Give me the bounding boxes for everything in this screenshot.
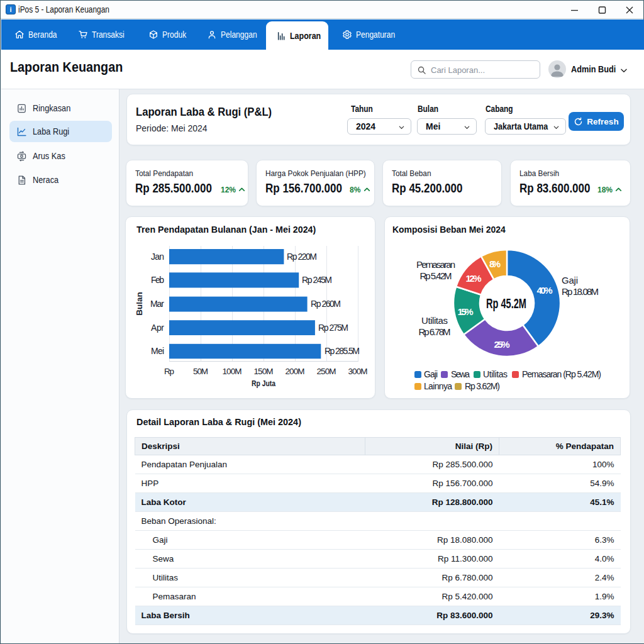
svg-text:Utilitas: Utilitas: [421, 315, 448, 326]
svg-text:8%: 8%: [489, 258, 501, 269]
svg-text:Pemasaran (Rp 5.42M): Pemasaran (Rp 5.42M): [522, 369, 601, 379]
svg-text:100M: 100M: [223, 367, 242, 376]
svg-text:25%: 25%: [494, 339, 510, 350]
svg-text:Bulan: Bulan: [135, 292, 144, 316]
svg-text:40%: 40%: [537, 285, 553, 296]
svg-text:Apr: Apr: [151, 323, 164, 333]
svg-text:Rp 260M: Rp 260M: [311, 299, 341, 309]
svg-text:Rp 6.78M: Rp 6.78M: [419, 326, 451, 337]
svg-text:150M: 150M: [254, 367, 274, 376]
svg-text:250M: 250M: [317, 367, 336, 376]
svg-text:Rp 245M: Rp 245M: [302, 275, 332, 285]
svg-text:Rp Juta: Rp Juta: [252, 379, 275, 388]
svg-text:Rp 275M: Rp 275M: [318, 323, 348, 333]
svg-text:Gaji: Gaji: [424, 369, 438, 379]
svg-text:Rp 45.2M: Rp 45.2M: [486, 296, 526, 311]
svg-text:12%: 12%: [466, 273, 482, 284]
svg-text:Gaji: Gaji: [562, 275, 578, 286]
svg-text:Lainnya: Lainnya: [424, 381, 452, 391]
svg-text:15%: 15%: [458, 306, 474, 317]
svg-text:Rp 18.08M: Rp 18.08M: [562, 286, 599, 297]
svg-text:50M: 50M: [193, 367, 208, 376]
svg-text:Rp 3.62M): Rp 3.62M): [465, 381, 500, 391]
svg-text:Utilitas: Utilitas: [483, 369, 508, 379]
svg-text:200M: 200M: [286, 367, 305, 376]
svg-text:Mar: Mar: [150, 299, 164, 309]
svg-text:Rp 220M: Rp 220M: [287, 252, 317, 262]
svg-text:Rp: Rp: [164, 367, 174, 376]
svg-text:300M: 300M: [348, 367, 368, 376]
svg-text:Jan: Jan: [151, 252, 164, 262]
svg-text:Rp 285.5M: Rp 285.5M: [325, 346, 360, 356]
svg-text:Sewa: Sewa: [451, 369, 470, 379]
svg-text:Feb: Feb: [151, 275, 164, 285]
svg-text:Pemasaran: Pemasaran: [416, 259, 455, 270]
svg-text:Mei: Mei: [151, 346, 164, 356]
svg-text:Rp 5.42M: Rp 5.42M: [420, 270, 452, 281]
